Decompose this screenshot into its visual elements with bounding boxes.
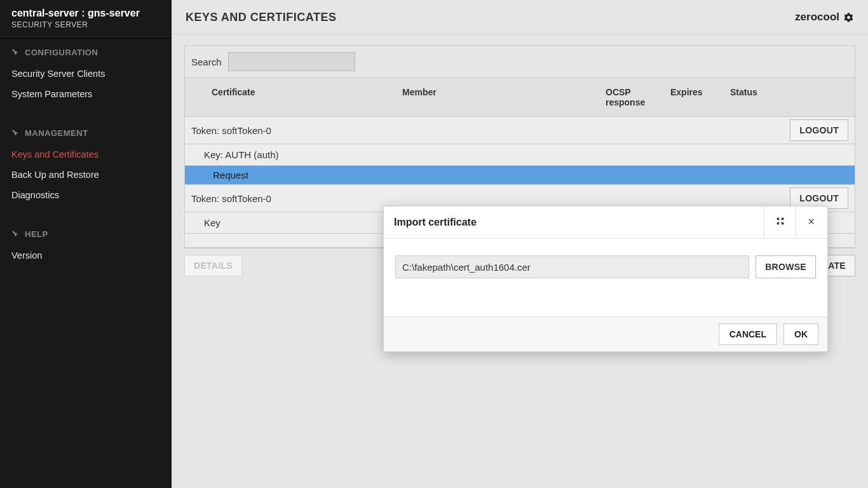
- sidebar-item-diagnostics[interactable]: Diagnostics: [0, 185, 172, 205]
- browse-button[interactable]: BROWSE: [756, 255, 816, 278]
- cancel-button[interactable]: CANCEL: [719, 323, 777, 345]
- top-bar: KEYS AND CERTIFICATES zerocool: [172, 0, 868, 35]
- expand-icon: [776, 217, 785, 228]
- token-row[interactable]: Token: softToken-0 LOGOUT: [185, 117, 855, 144]
- wrench-icon: [11, 48, 20, 57]
- certificate-request-row[interactable]: Request: [185, 166, 855, 185]
- search-label: Search: [191, 57, 222, 67]
- dialog-body: C:\fakepath\cert_auth1604.cer BROWSE: [384, 239, 827, 316]
- content: Search Certificate Member OCSP response …: [172, 35, 868, 287]
- wrench-icon: [11, 230, 20, 238]
- username: zerocool: [795, 11, 839, 24]
- col-expires: Expires: [670, 87, 730, 107]
- search-bar: Search: [185, 46, 855, 78]
- close-icon: [808, 217, 816, 228]
- dialog-title: Import certificate: [384, 208, 764, 237]
- col-ocsp: OCSP response: [606, 87, 670, 107]
- sidebar: central-server : gns-server SECURITY SER…: [0, 0, 172, 488]
- col-certificate: Certificate: [212, 87, 402, 107]
- search-input[interactable]: [228, 52, 355, 71]
- sidebar-item-version[interactable]: Version: [0, 245, 172, 266]
- sidebar-item-back-up-and-restore[interactable]: Back Up and Restore: [0, 165, 172, 185]
- page-title: KEYS AND CERTIFICATES: [186, 11, 337, 24]
- user-menu[interactable]: zerocool: [795, 11, 854, 24]
- server-role: SECURITY SERVER: [11, 20, 160, 29]
- import-certificate-dialog: Import certificate C:\fakepath\cert_auth…: [383, 206, 828, 352]
- section-management-header: MANAGEMENT: [0, 119, 172, 144]
- sidebar-item-keys-and-certificates[interactable]: Keys and Certificates: [0, 144, 172, 165]
- sidebar-item-system-parameters[interactable]: System Parameters: [0, 84, 172, 104]
- gear-icon: [843, 12, 854, 23]
- token-label: Token: softToken-0: [191, 125, 271, 136]
- wrench-icon: [11, 129, 20, 137]
- file-path-field[interactable]: C:\fakepath\cert_auth1604.cer: [395, 255, 749, 278]
- table-header: Certificate Member OCSP response Expires…: [185, 78, 855, 117]
- dialog-footer: CANCEL OK: [384, 316, 827, 351]
- sidebar-header: central-server : gns-server SECURITY SER…: [0, 0, 172, 39]
- key-row[interactable]: Key: AUTH (auth): [185, 144, 855, 166]
- maximize-button[interactable]: [764, 207, 796, 238]
- details-button[interactable]: DETAILS: [184, 255, 242, 276]
- server-name: central-server : gns-server: [11, 8, 160, 19]
- section-configuration-header: CONFIGURATION: [0, 39, 172, 64]
- close-button[interactable]: [796, 207, 827, 238]
- section-help-header: HELP: [0, 220, 172, 245]
- col-status: Status: [730, 87, 848, 107]
- sidebar-item-security-server-clients[interactable]: Security Server Clients: [0, 64, 172, 84]
- logout-button[interactable]: LOGOUT: [790, 119, 848, 141]
- token-label: Token: softToken-0: [191, 193, 271, 204]
- col-member: Member: [402, 87, 606, 107]
- dialog-header: Import certificate: [384, 207, 827, 239]
- main-area: KEYS AND CERTIFICATES zerocool Search Ce…: [172, 0, 868, 488]
- ok-button[interactable]: OK: [783, 323, 818, 345]
